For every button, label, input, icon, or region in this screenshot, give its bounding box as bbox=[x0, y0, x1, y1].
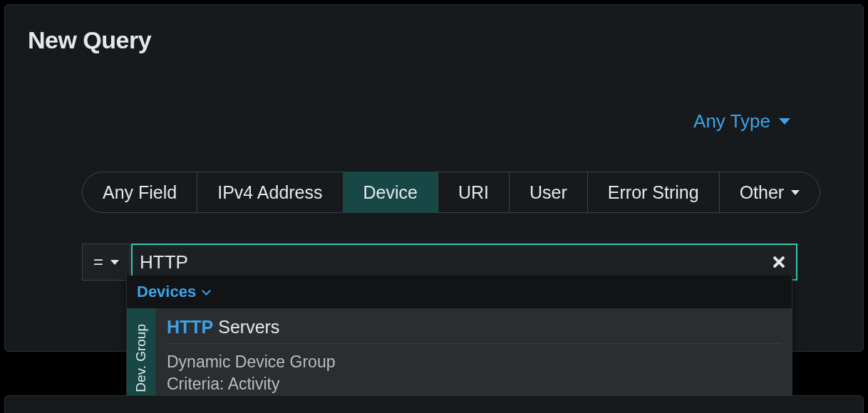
field-label: IPv4 Address bbox=[217, 182, 322, 203]
suggestion-match: HTTP bbox=[167, 317, 213, 337]
next-panel bbox=[4, 395, 864, 413]
suggestion-rest: Servers bbox=[213, 317, 279, 337]
type-filter-label: Any Type bbox=[693, 110, 770, 132]
suggestions-dropdown: Devices Dev. Group HTTP Servers Dynamic … bbox=[126, 276, 792, 409]
field-label: Other bbox=[740, 182, 785, 203]
field-uri[interactable]: URI bbox=[438, 172, 510, 213]
caret-down-icon bbox=[110, 260, 119, 265]
suggestion-type-label: Dev. Group bbox=[133, 324, 149, 392]
field-device[interactable]: Device bbox=[343, 172, 438, 213]
type-filter-dropdown[interactable]: Any Type bbox=[693, 110, 790, 132]
suggestion-section-header[interactable]: Devices bbox=[127, 276, 792, 308]
suggestion-section-label: Devices bbox=[137, 283, 196, 301]
suggestion-detail-line: Dynamic Device Group bbox=[167, 351, 780, 373]
field-label: Error String bbox=[608, 182, 699, 203]
field-label: Any Field bbox=[103, 182, 177, 203]
field-selector: Any Field IPv4 Address Device URI User E… bbox=[82, 172, 820, 213]
field-label: URI bbox=[458, 182, 489, 203]
suggestion-item[interactable]: Dev. Group HTTP Servers Dynamic Device G… bbox=[127, 308, 792, 408]
suggestion-title: HTTP Servers bbox=[167, 317, 780, 344]
clear-icon[interactable] bbox=[772, 255, 786, 269]
chevron-down-icon bbox=[202, 286, 211, 296]
suggestion-body: HTTP Servers Dynamic Device Group Criter… bbox=[155, 308, 792, 408]
field-other[interactable]: Other bbox=[719, 172, 821, 213]
field-error-string[interactable]: Error String bbox=[587, 172, 720, 213]
field-ipv4[interactable]: IPv4 Address bbox=[197, 172, 343, 213]
suggestion-type-badge: Dev. Group bbox=[127, 308, 155, 408]
operator-value: = bbox=[93, 252, 103, 272]
operator-select[interactable]: = bbox=[82, 244, 130, 281]
caret-down-icon bbox=[791, 190, 800, 195]
field-user[interactable]: User bbox=[509, 172, 588, 213]
suggestion-detail-line: Criteria: Activity bbox=[167, 373, 780, 395]
field-any[interactable]: Any Field bbox=[82, 172, 197, 213]
panel-title: New Query bbox=[28, 26, 151, 54]
search-input[interactable] bbox=[140, 245, 772, 279]
field-label: User bbox=[529, 182, 567, 203]
field-label: Device bbox=[363, 182, 418, 203]
caret-down-icon bbox=[779, 118, 790, 125]
